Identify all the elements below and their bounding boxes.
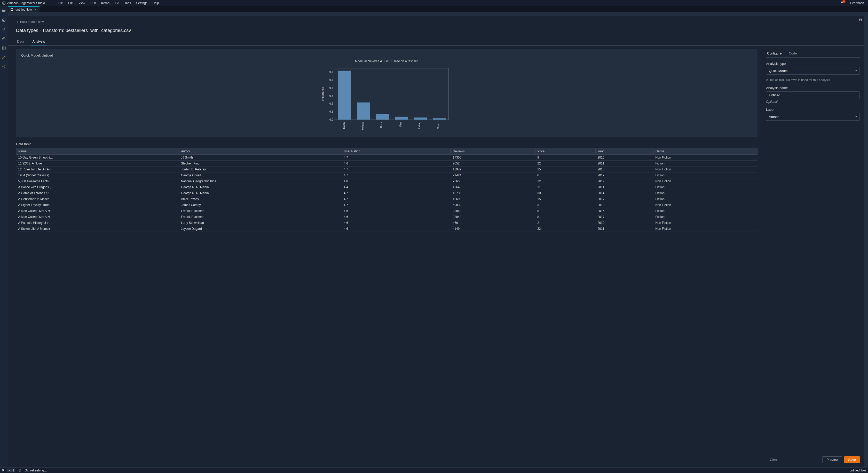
svg-text:Year: Year: [399, 122, 402, 127]
tab-data[interactable]: Data: [16, 38, 25, 45]
svg-text:0.2: 0.2: [330, 102, 333, 105]
save-button[interactable]: Save: [844, 456, 860, 463]
menu-run[interactable]: Run: [88, 1, 99, 5]
analysis-panel: Quick Model: Untitled Model achieved a 4…: [8, 46, 761, 467]
svg-rect-14: [335, 68, 449, 120]
svg-rect-35: [395, 117, 408, 120]
data-table: NameAuthorUser RatingReviewsPriceYearGen…: [16, 148, 757, 232]
menu-view[interactable]: View: [76, 1, 88, 5]
tab-code[interactable]: Code: [788, 50, 798, 57]
brand-title: Amazon SageMaker Studio: [7, 1, 45, 5]
col-reviews[interactable]: Reviews: [451, 148, 535, 155]
table-row[interactable]: 11/22/63: A NovelStephen King4.620522220…: [16, 161, 757, 166]
table-row[interactable]: A Man Called Ove: A No…Fredrik Backman4.…: [16, 214, 757, 220]
col-author[interactable]: Author: [179, 148, 342, 155]
table-row[interactable]: A Patriot's History of th…Larry Schweika…: [16, 220, 757, 226]
svg-rect-3: [3, 20, 4, 21]
svg-rect-37: [413, 118, 427, 120]
components-icon[interactable]: [2, 55, 6, 59]
svg-text:0.1: 0.1: [330, 110, 333, 113]
table-row[interactable]: A Game of Thrones / A …George R. R. Mart…: [16, 190, 757, 196]
svg-point-1: [3, 3, 5, 4]
terminal-indicator[interactable]: >_ 1: [7, 469, 15, 472]
table-row[interactable]: 1984 (Signet Classics)George Orwell4.721…: [16, 172, 757, 179]
table-row[interactable]: A Gentleman in Mosco…Amor Towles4.719699…: [16, 196, 757, 202]
table-row[interactable]: A Man Called Ove: A No…Fredrik Backman4.…: [16, 208, 757, 214]
col-name[interactable]: Name: [16, 148, 179, 155]
running-icon[interactable]: [2, 18, 6, 22]
svg-text:Rating: Rating: [418, 122, 421, 129]
svg-rect-39: [433, 118, 446, 120]
menu-kernel[interactable]: Kernel: [99, 1, 113, 5]
col-user-rating[interactable]: User Rating: [342, 148, 451, 155]
svg-point-43: [20, 470, 21, 471]
sagemaker-logo-icon: [2, 1, 6, 5]
analysis-type-select[interactable]: Quick Model: [766, 67, 860, 74]
status-zero[interactable]: 0: [2, 469, 4, 472]
menu-edit[interactable]: Edit: [65, 1, 76, 5]
preview-button[interactable]: Preview: [823, 456, 842, 463]
folder-icon[interactable]: [2, 9, 6, 13]
tab-title: untitled.flow: [16, 8, 32, 11]
clear-button[interactable]: Clear: [766, 456, 782, 463]
svg-text:0.3: 0.3: [330, 94, 333, 97]
git-status[interactable]: Git: refreshing…: [25, 469, 47, 472]
mse-text: Model achieved a 4.05e+03 mse on a test …: [21, 59, 752, 63]
svg-text:0.0: 0.0: [330, 118, 333, 121]
analysis-type-label: Analysis type: [766, 62, 860, 66]
tab-analysis[interactable]: Analysis: [31, 38, 46, 45]
page-title: Data types · Transform: bestsellers_with…: [16, 28, 856, 33]
analysis-name-label: Analysis name: [766, 86, 860, 90]
extensions-icon[interactable]: [2, 37, 6, 41]
git-branch-icon[interactable]: [2, 27, 6, 31]
svg-text:eviews: eviews: [361, 122, 364, 130]
left-activity-bar: [0, 6, 8, 467]
editor-tabbar: untitled.flow ×: [8, 6, 868, 12]
col-year[interactable]: Year: [595, 148, 653, 155]
chart-card-title: Quick Model: Untitled: [21, 54, 752, 57]
gear-icon[interactable]: [858, 18, 862, 22]
back-link-text: Back to data flow: [20, 20, 43, 24]
optional-hint: Optional: [766, 100, 860, 103]
menu-file[interactable]: File: [55, 1, 65, 5]
notifications-button[interactable]: 4: [840, 1, 844, 5]
configure-panel: Configure Code Analysis type Quick Model…: [761, 46, 864, 467]
share-icon[interactable]: [2, 65, 6, 69]
tabs-icon[interactable]: [2, 46, 6, 50]
chevron-left-icon: [16, 21, 19, 23]
svg-point-11: [4, 65, 5, 66]
col-price[interactable]: Price: [535, 148, 595, 155]
col-genre[interactable]: Genre: [653, 148, 757, 155]
statusbar: 0 >_ 1 Git: refreshing… untitled.flow: [0, 467, 868, 473]
svg-text:0.6: 0.6: [330, 70, 333, 73]
svg-text:0.5: 0.5: [330, 78, 333, 81]
svg-point-10: [2, 66, 3, 67]
feedback-link[interactable]: Feedback: [848, 1, 866, 5]
menu-git[interactable]: Git: [113, 1, 122, 5]
svg-text:0.4: 0.4: [330, 87, 333, 89]
sub-tabs: Data Analysis: [8, 38, 864, 46]
svg-text:Importance: Importance: [321, 87, 324, 101]
menu-tabs[interactable]: Tabs: [122, 1, 133, 5]
data-table-title: Data table: [16, 142, 757, 146]
analysis-name-input[interactable]: [766, 91, 860, 99]
chart-card: Quick Model: Untitled Model achieved a 4…: [16, 49, 757, 137]
table-row[interactable]: 5,000 Awesome Facts (…National Geographi…: [16, 179, 757, 184]
svg-point-12: [4, 67, 5, 68]
back-to-flow-link[interactable]: Back to data flow: [16, 20, 43, 24]
table-row[interactable]: A Stolen Life: A MemoirJaycee Dugard4.64…: [16, 226, 757, 232]
table-row[interactable]: 12 Rules for Life: An An…Jordan B. Peter…: [16, 166, 757, 172]
menu-help[interactable]: Help: [150, 1, 162, 5]
table-row[interactable]: A Dance with Dragons (…George R. R. Mart…: [16, 184, 757, 190]
tab-untitled-flow[interactable]: untitled.flow ×: [8, 6, 39, 12]
tab-configure[interactable]: Configure: [766, 50, 782, 57]
close-icon[interactable]: ×: [34, 7, 37, 11]
importance-bar-chart: 0.00.10.20.30.40.50.6NameeviewsPriceYear…: [21, 66, 752, 133]
notification-badge: 4: [842, 0, 845, 3]
menu-settings[interactable]: Settings: [133, 1, 150, 5]
label-select[interactable]: Author: [766, 113, 860, 121]
table-row[interactable]: 10-Day Green Smoothi…JJ Smith4.717350820…: [16, 155, 757, 161]
table-row[interactable]: A Higher Loyalty: Truth,…James Comey4.75…: [16, 202, 757, 208]
settings-status-icon[interactable]: [18, 469, 22, 472]
svg-text:Genre: Genre: [437, 122, 440, 129]
